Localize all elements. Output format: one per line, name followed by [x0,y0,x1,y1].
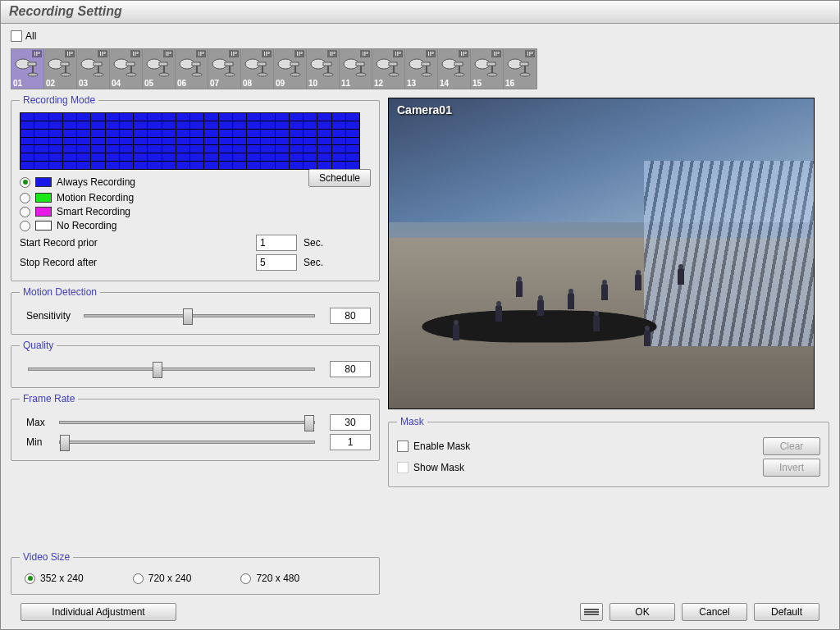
max-slider[interactable] [59,421,315,424]
label-smart: Smart Recording [57,206,130,217]
svg-rect-21 [192,62,200,66]
camera-icon [80,56,105,77]
frame-rate-legend: Frame Rate [20,393,78,404]
camera-icon [15,56,39,77]
camera-number: 12 [374,79,383,88]
recording-mode-legend: Recording Mode [20,94,98,106]
svg-rect-45 [389,62,397,66]
default-button[interactable]: Default [754,603,819,621]
camera-number: 10 [308,79,317,88]
camera-cell-02[interactable]: IP02 [44,49,77,89]
camera-number: 14 [440,79,449,88]
radio-size-b[interactable] [133,573,144,584]
max-value: 30 [330,414,371,431]
stop-after-unit: Sec. [304,257,323,268]
camera-icon [277,56,302,77]
camera-number: 08 [243,79,252,88]
svg-rect-1 [28,62,36,66]
clear-button[interactable]: Clear [763,437,820,455]
keyboard-icon[interactable] [580,603,603,621]
radio-always[interactable] [20,177,30,188]
quality-slider[interactable] [28,368,315,371]
cancel-button[interactable]: Cancel [682,603,747,621]
schedule-button[interactable]: Schedule [308,169,371,187]
radio-smart[interactable] [20,207,30,217]
radio-size-a[interactable] [25,573,35,584]
camera-cell-08[interactable]: IP08 [241,49,274,89]
schedule-grid[interactable] [20,112,360,170]
camera-number: 06 [177,79,186,88]
svg-rect-13 [126,62,135,66]
preview-label: Camera01 [397,103,452,116]
camera-cell-10[interactable]: IP10 [307,49,340,89]
window-title: Recording Setting [1,1,839,24]
radio-none[interactable] [20,221,30,231]
motion-detection-group: Motion Detection Sensitivity 80 [11,286,380,335]
enable-mask-label: Enable Mask [413,441,470,452]
label-motion: Motion Recording [57,192,134,203]
camera-cell-16[interactable]: IP16 [504,49,536,89]
enable-mask-checkbox[interactable] [397,441,409,452]
camera-icon [474,56,499,77]
sensitivity-slider[interactable] [84,314,315,317]
quality-value: 80 [330,361,371,377]
camera-strip: IP01IP02IP03IP04IP05IP06IP07IP08IP09IP10… [11,48,537,89]
content-area: All IP01IP02IP03IP04IP05IP06IP07IP08IP09… [1,24,839,629]
start-prior-input[interactable] [256,235,297,251]
max-label: Max [20,417,44,428]
camera-cell-03[interactable]: IP03 [77,49,110,89]
svg-point-27 [225,73,235,76]
invert-button[interactable]: Invert [763,459,820,477]
svg-rect-37 [323,62,331,66]
quality-group: Quality 80 [11,340,380,388]
svg-rect-41 [356,62,364,66]
camera-cell-12[interactable]: IP12 [372,49,405,89]
quality-legend: Quality [20,340,57,351]
camera-cell-06[interactable]: IP06 [176,49,208,89]
recording-mode-group: Recording Mode Always Recording Schedule… [11,94,380,281]
camera-cell-05[interactable]: IP05 [143,49,176,89]
svg-point-39 [323,73,333,76]
camera-icon [441,56,466,77]
radio-motion[interactable] [20,193,30,203]
camera-cell-11[interactable]: IP11 [340,49,372,89]
main-row: Recording Mode Always Recording Schedule… [11,94,829,546]
svg-point-7 [61,73,71,76]
svg-rect-17 [159,62,167,66]
min-slider[interactable] [59,441,315,444]
all-label: All [25,30,36,42]
camera-cell-14[interactable]: IP14 [438,49,471,89]
camera-cell-01[interactable]: IP01 [11,49,44,89]
svg-point-31 [258,73,267,76]
stop-after-input[interactable] [256,254,297,271]
camera-preview: Camera01 [388,98,815,409]
camera-icon [48,56,72,77]
radio-size-c[interactable] [240,573,251,584]
video-size-legend: Video Size [20,551,73,563]
svg-rect-29 [258,62,266,66]
camera-cell-09[interactable]: IP09 [274,49,307,89]
right-column: Camera01 Mask Enable Mask Clear [388,94,829,546]
camera-icon [244,56,269,77]
recording-setting-window: Recording Setting All IP01IP02IP03IP04IP… [0,0,840,630]
color-motion [35,193,52,203]
label-always: Always Recording [57,176,135,188]
svg-rect-25 [225,62,233,66]
label-none: No Recording [57,220,116,231]
min-value: 1 [330,434,371,450]
camera-cell-15[interactable]: IP15 [471,49,504,89]
svg-point-35 [290,73,300,76]
camera-icon [376,56,400,77]
camera-number: 01 [13,79,22,88]
camera-cell-04[interactable]: IP04 [110,49,143,89]
all-checkbox[interactable] [11,30,22,42]
color-none [35,221,52,231]
individual-adjustment-button[interactable]: Individual Adjustment [21,603,176,621]
camera-cell-13[interactable]: IP13 [405,49,438,89]
camera-cell-07[interactable]: IP07 [208,49,241,89]
ok-button[interactable]: OK [609,603,675,621]
show-mask-checkbox[interactable] [397,462,409,473]
motion-detection-legend: Motion Detection [20,286,100,298]
svg-rect-57 [487,62,495,66]
min-label: Min [20,436,44,448]
